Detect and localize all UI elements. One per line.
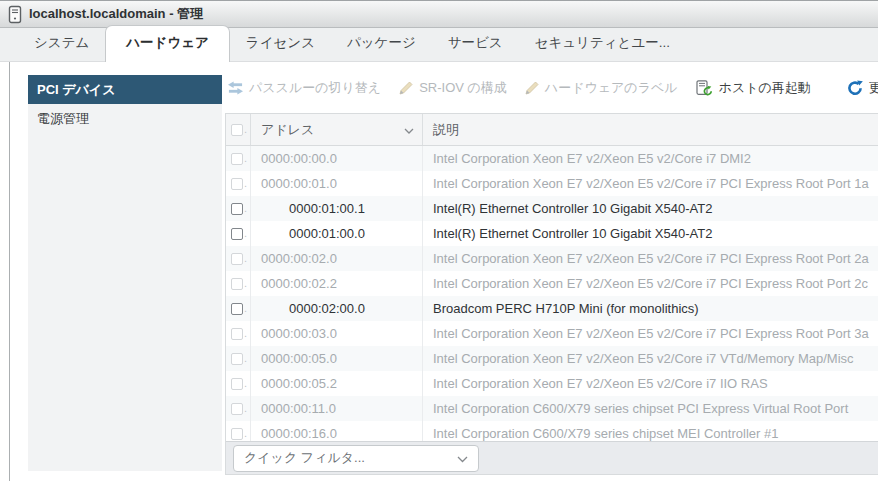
address-cell: 0000:01:00.0 xyxy=(251,221,423,246)
row-checkbox-cell: . xyxy=(226,346,251,371)
description-column-label: 説明 xyxy=(433,121,459,139)
table-header: . アドレス 説明 xyxy=(226,114,878,146)
description-cell: Intel Corporation C600/X79 series chipse… xyxy=(423,396,878,421)
column-menu-chevron-icon[interactable] xyxy=(404,122,414,137)
table-row[interactable]: .0000:00:16.0Intel Corporation C600/X79 … xyxy=(226,421,878,441)
configure-sriov-button[interactable]: SR-IOV の構成 xyxy=(399,79,507,97)
select-all-checkbox xyxy=(231,124,243,136)
reboot-host-button[interactable]: ホストの再起動 xyxy=(696,79,811,97)
checkbox-ellipsis: . xyxy=(244,428,247,439)
table-row[interactable]: .0000:00:05.2Intel Corporation Xeon E7 v… xyxy=(226,371,878,396)
row-checkbox xyxy=(231,328,243,340)
description-cell: Intel Corporation Xeon E7 v2/Xeon E5 v2/… xyxy=(423,371,878,396)
hardware-label-label: ハードウェアのラベル xyxy=(545,79,678,97)
row-checkbox-cell: . xyxy=(226,246,251,271)
passthrough-toggle-icon xyxy=(228,81,243,95)
checkbox-ellipsis: . xyxy=(244,153,247,164)
row-checkbox[interactable] xyxy=(231,303,243,315)
address-cell: 0000:02:00.0 xyxy=(251,296,423,321)
tab-bar: システム ハードウェア ライセンス パッケージ サービス セキュリティとユー..… xyxy=(0,28,878,62)
sidebar-item-pci-devices[interactable]: PCI デバイス xyxy=(28,75,222,104)
row-checkbox xyxy=(231,428,243,440)
description-cell: Intel(R) Ethernet Controller 10 Gigabit … xyxy=(423,196,878,221)
description-cell: Broadcom PERC H710P Mini (for monolithic… xyxy=(423,296,878,321)
tab-license[interactable]: ライセンス xyxy=(230,26,331,61)
address-cell: 0000:01:00.1 xyxy=(251,196,423,221)
sidebar: PCI デバイス 電源管理 xyxy=(28,75,222,471)
pencil-icon xyxy=(525,81,539,95)
checkbox-ellipsis: . xyxy=(244,278,247,289)
sidebar-item-power-management[interactable]: 電源管理 xyxy=(28,104,222,133)
table-row[interactable]: .0000:00:11.0Intel Corporation C600/X79 … xyxy=(226,396,878,421)
row-checkbox-cell: . xyxy=(226,221,251,246)
address-cell: 0000:00:05.2 xyxy=(251,371,423,396)
checkbox-ellipsis: . xyxy=(244,124,247,135)
row-checkbox-cell: . xyxy=(226,296,251,321)
table-row[interactable]: .0000:00:00.0Intel Corporation Xeon E7 v… xyxy=(226,146,878,171)
refresh-icon xyxy=(847,80,863,96)
table-row[interactable]: .0000:00:02.2Intel Corporation Xeon E7 v… xyxy=(226,271,878,296)
window-title: localhost.localdomain - 管理 xyxy=(29,5,203,23)
row-checkbox xyxy=(231,403,243,415)
tab-hardware[interactable]: ハードウェア xyxy=(105,25,230,62)
configure-sriov-label: SR-IOV の構成 xyxy=(419,79,507,97)
address-cell: 0000:00:16.0 xyxy=(251,421,423,441)
address-cell: 0000:00:02.0 xyxy=(251,246,423,271)
table-row[interactable]: .0000:00:05.0Intel Corporation Xeon E7 v… xyxy=(226,346,878,371)
description-cell: Intel(R) Ethernet Controller 10 Gigabit … xyxy=(423,221,878,246)
quick-filter-bar: クイック フィルタ... xyxy=(226,441,878,474)
address-cell: 0000:00:00.0 xyxy=(251,146,423,171)
toggle-passthrough-button[interactable]: パススルーの切り替え xyxy=(228,79,381,97)
quick-filter-dropdown[interactable]: クイック フィルタ... xyxy=(233,445,479,472)
checkbox-ellipsis: . xyxy=(244,328,247,339)
address-cell: 0000:00:02.2 xyxy=(251,271,423,296)
table-row[interactable]: .0000:01:00.0Intel(R) Ethernet Controlle… xyxy=(226,221,878,246)
checkbox-ellipsis: . xyxy=(244,303,247,314)
window-left-border xyxy=(9,62,10,481)
checkbox-ellipsis: . xyxy=(244,228,247,239)
table-row[interactable]: .0000:00:01.0Intel Corporation Xeon E7 v… xyxy=(226,171,878,196)
row-checkbox-cell: . xyxy=(226,371,251,396)
description-cell: Intel Corporation Xeon E7 v2/Xeon E5 v2/… xyxy=(423,246,878,271)
address-cell: 0000:00:01.0 xyxy=(251,171,423,196)
host-icon xyxy=(8,5,22,24)
reboot-host-label: ホストの再起動 xyxy=(719,79,811,97)
row-checkbox xyxy=(231,353,243,365)
row-checkbox xyxy=(231,153,243,165)
table-row[interactable]: .0000:01:00.1Intel(R) Ethernet Controlle… xyxy=(226,196,878,221)
row-checkbox xyxy=(231,178,243,190)
row-checkbox xyxy=(231,253,243,265)
hardware-label-button[interactable]: ハードウェアのラベル xyxy=(525,79,678,97)
row-checkbox-cell: . xyxy=(226,146,251,171)
row-checkbox xyxy=(231,378,243,390)
tab-services[interactable]: サービス xyxy=(432,26,519,61)
window-title-bar: localhost.localdomain - 管理 xyxy=(0,0,878,28)
checkbox-ellipsis: . xyxy=(244,378,247,389)
checkbox-ellipsis: . xyxy=(244,203,247,214)
pci-devices-table: . アドレス 説明 .0000:00:00.0Intel Corporation… xyxy=(225,113,878,475)
table-row[interactable]: .0000:02:00.0Broadcom PERC H710P Mini (f… xyxy=(226,296,878,321)
tab-packages[interactable]: パッケージ xyxy=(331,26,432,61)
address-column-header[interactable]: アドレス xyxy=(251,114,423,145)
host-reboot-icon xyxy=(696,80,713,96)
pencil-icon xyxy=(399,81,413,95)
window-body: PCI デバイス 電源管理 パススルーの切り替え xyxy=(0,62,878,481)
main-content: パススルーの切り替え SR-IOV の構成 xyxy=(225,75,878,475)
address-cell: 0000:00:03.0 xyxy=(251,321,423,346)
table-row[interactable]: .0000:00:03.0Intel Corporation Xeon E7 v… xyxy=(226,321,878,346)
row-checkbox[interactable] xyxy=(231,203,243,215)
description-cell: Intel Corporation C600/X79 series chipse… xyxy=(423,421,878,441)
table-row[interactable]: .0000:00:02.0Intel Corporation Xeon E7 v… xyxy=(226,246,878,271)
address-column-label: アドレス xyxy=(261,121,314,139)
row-checkbox-cell: . xyxy=(226,321,251,346)
select-all-checkbox-cell: . xyxy=(226,114,251,145)
checkbox-ellipsis: . xyxy=(244,403,247,414)
row-checkbox[interactable] xyxy=(231,228,243,240)
refresh-button[interactable]: 更新 xyxy=(847,79,878,97)
description-cell: Intel Corporation Xeon E7 v2/Xeon E5 v2/… xyxy=(423,271,878,296)
description-column-header[interactable]: 説明 xyxy=(423,114,878,145)
row-checkbox-cell: . xyxy=(226,196,251,221)
tab-security-users[interactable]: セキュリティとユー... xyxy=(519,26,686,61)
tab-system[interactable]: システム xyxy=(18,26,105,61)
row-checkbox xyxy=(231,278,243,290)
